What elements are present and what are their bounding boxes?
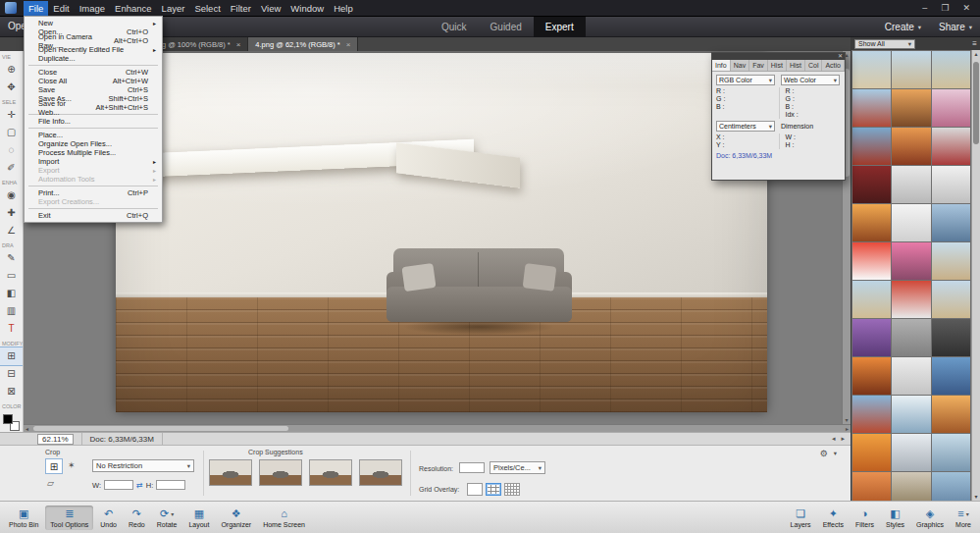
straighten-tool-icon[interactable]: ∠	[0, 222, 23, 240]
info-panel-titlebar[interactable]: ✕	[712, 53, 845, 60]
photo-thumbnail[interactable]	[852, 89, 891, 127]
mode-tab-expert[interactable]: Expert	[534, 17, 586, 37]
file-menu-item-save-for-web[interactable]: Save for Web...Alt+Shift+Ctrl+S	[25, 103, 162, 112]
menu-image[interactable]: Image	[75, 1, 110, 16]
grid-thirds-button[interactable]	[486, 483, 501, 496]
file-menu-item-process-multiple-files[interactable]: Process Multiple Files...	[25, 148, 162, 157]
taskbar-layers[interactable]: ❏Layers	[786, 506, 816, 530]
minimize-icon[interactable]: –	[922, 3, 927, 13]
crop-suggestion-thumbnail[interactable]	[359, 459, 402, 486]
file-menu-item-open-in-camera-raw[interactable]: Open in Camera Raw...Alt+Ctrl+O	[25, 36, 162, 45]
cookie-cutter-tool-icon[interactable]: ✶	[68, 460, 76, 470]
tab-close-icon[interactable]: ×	[346, 40, 351, 49]
photo-thumbnail[interactable]	[852, 166, 891, 203]
crop-restriction-dropdown[interactable]: No Restriction ▾	[92, 459, 194, 472]
photo-bin-filter-dropdown[interactable]: Show All ▾	[854, 39, 915, 49]
taskbar-tool-options[interactable]: ≣Tool Options	[45, 506, 93, 530]
photo-thumbnail[interactable]	[892, 472, 930, 501]
zoom-level-field[interactable]: 62.11%	[37, 434, 74, 445]
scrollbar-thumb[interactable]	[33, 426, 288, 431]
crop-tool-button[interactable]: ⊞	[45, 458, 63, 474]
mode-tab-guided[interactable]: Guided	[479, 17, 534, 37]
gear-icon[interactable]: ⚙	[820, 449, 828, 458]
photo-thumbnail[interactable]	[892, 89, 930, 127]
file-menu-item-save[interactable]: SaveCtrl+S	[25, 85, 162, 94]
foreground-color-swatch[interactable]	[3, 414, 13, 424]
photo-thumbnail[interactable]	[852, 51, 891, 88]
photo-thumbnail[interactable]	[932, 319, 970, 356]
info-panel-tab-fav[interactable]: Fav	[749, 60, 768, 71]
file-menu-item-close[interactable]: CloseCtrl+W	[25, 68, 162, 77]
file-menu-item-close-all[interactable]: Close AllAlt+Ctrl+W	[25, 77, 162, 85]
photo-thumbnail[interactable]	[852, 281, 891, 318]
file-menu-item-duplicate[interactable]: Duplicate...	[25, 54, 162, 63]
photo-thumbnail[interactable]	[932, 357, 970, 395]
photo-thumbnail[interactable]	[932, 51, 970, 88]
photo-thumbnail[interactable]	[852, 357, 891, 395]
crop-tool-icon[interactable]: ⊞	[0, 347, 23, 365]
photo-thumbnail[interactable]	[852, 128, 891, 165]
paint-bucket-tool-icon[interactable]: ◧	[0, 285, 23, 302]
crop-suggestion-thumbnail[interactable]	[259, 459, 302, 486]
menu-view[interactable]: View	[256, 1, 285, 16]
file-menu-item-print[interactable]: Print...Ctrl+P	[25, 188, 162, 197]
width-input[interactable]	[104, 480, 133, 490]
restore-icon[interactable]: ❐	[941, 3, 949, 13]
photo-thumbnail[interactable]	[852, 434, 891, 471]
taskbar-rotate[interactable]: ⟳▾Rotate	[152, 506, 182, 530]
open-image[interactable]	[116, 53, 767, 412]
taskbar-home-screen[interactable]: ⌂Home Screen	[258, 506, 310, 530]
photo-thumbnail[interactable]	[932, 281, 970, 318]
caret-down-icon[interactable]: ▾	[834, 450, 837, 457]
height-input[interactable]	[156, 480, 185, 490]
red-eye-tool-icon[interactable]: ◉	[0, 187, 23, 204]
content-aware-move-tool-icon[interactable]: ⊠	[0, 383, 23, 400]
create-button[interactable]: Create ▾	[885, 22, 921, 32]
panel-menu-icon[interactable]: ≡	[972, 39, 977, 49]
menu-help[interactable]: Help	[329, 1, 358, 16]
photo-thumbnail[interactable]	[932, 128, 970, 165]
file-menu-item-exit[interactable]: ExitCtrl+Q	[25, 211, 162, 220]
share-button[interactable]: Share ▾	[939, 22, 972, 32]
photo-thumbnail[interactable]	[932, 89, 970, 127]
spot-healing-tool-icon[interactable]: ✚	[0, 204, 23, 222]
document-tab[interactable]: 4.png @ 62,1% (RGB/8) *×	[248, 37, 358, 51]
info-panel-tab-hist[interactable]: Hist	[787, 60, 805, 71]
info-panel-tab-hist[interactable]: Hist	[768, 60, 787, 71]
crop-suggestion-thumbnail[interactable]	[209, 459, 252, 486]
lasso-tool-icon[interactable]: ◌	[0, 141, 23, 159]
taskbar-redo[interactable]: ↷Redo	[124, 506, 150, 530]
brush-tool-icon[interactable]: ✎	[0, 249, 23, 267]
menu-file[interactable]: File	[24, 1, 48, 16]
gradient-tool-icon[interactable]: ▥	[0, 302, 23, 320]
photo-thumbnail[interactable]	[892, 281, 930, 318]
file-menu-item-file-info[interactable]: File Info...	[25, 117, 162, 126]
crop-suggestion-thumbnail[interactable]	[309, 459, 352, 486]
photo-thumbnail[interactable]	[932, 242, 970, 280]
menu-filter[interactable]: Filter	[226, 1, 256, 16]
photo-thumbnail[interactable]	[932, 396, 970, 433]
menu-enhance[interactable]: Enhance	[110, 1, 157, 16]
perspective-crop-tool-icon[interactable]: ▱	[47, 478, 54, 488]
photo-thumbnail[interactable]	[932, 434, 970, 471]
photo-bin-scrollbar[interactable]: ▴ ▾	[971, 50, 980, 501]
menu-select[interactable]: Select	[189, 1, 225, 16]
taskbar-undo[interactable]: ↶Undo	[95, 506, 122, 530]
file-menu-item-organize-open-files[interactable]: Organize Open Files...	[25, 139, 162, 148]
photo-thumbnail[interactable]	[892, 242, 930, 280]
photo-thumbnail[interactable]	[852, 319, 891, 356]
scroll-down-icon[interactable]: ▾	[843, 416, 851, 424]
hand-tool-icon[interactable]: ✥	[0, 79, 23, 96]
swap-dimensions-icon[interactable]: ⇄	[136, 481, 143, 490]
photo-thumbnail[interactable]	[892, 396, 930, 433]
quick-selection-tool-icon[interactable]: ✐	[0, 159, 23, 177]
menu-window[interactable]: Window	[285, 1, 329, 16]
photo-thumbnail[interactable]	[892, 357, 930, 395]
info-panel-tab-col[interactable]: Col	[805, 60, 823, 71]
file-menu-item-new[interactable]: New▸	[25, 19, 162, 27]
photo-thumbnail[interactable]	[932, 166, 970, 203]
photo-thumbnail[interactable]	[892, 128, 930, 165]
tab-close-icon[interactable]: ×	[236, 40, 241, 49]
taskbar-graphics[interactable]: ◈Graphics	[911, 506, 949, 530]
photo-thumbnail[interactable]	[932, 204, 970, 241]
